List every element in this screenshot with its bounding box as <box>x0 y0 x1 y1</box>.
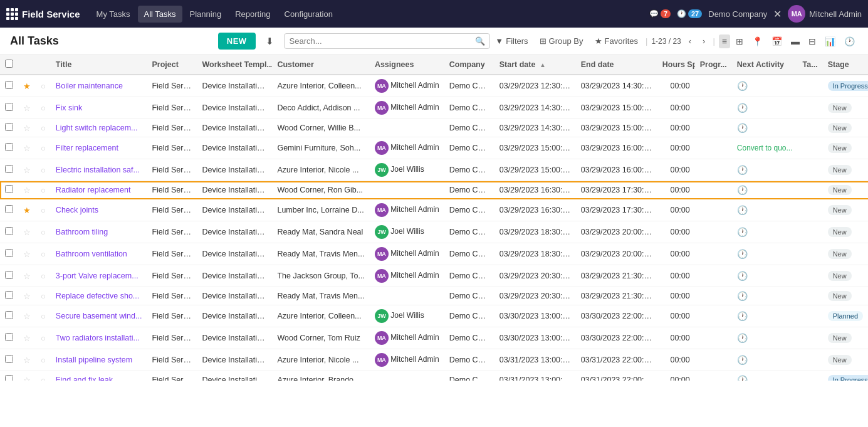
row-checkbox[interactable] <box>5 185 13 193</box>
activity-view-icon[interactable]: 🕐 <box>841 34 858 48</box>
row-title-cell[interactable]: 3-port Valve replacem... <box>51 265 147 287</box>
table-row[interactable]: ☆ ○ Secure basement wind... Field Servi.… <box>0 305 868 327</box>
row-checkbox[interactable] <box>5 123 13 131</box>
table-row[interactable]: ☆ ○ Electric installation saf... Field S… <box>0 159 868 181</box>
row-title-cell[interactable]: Find and fix leak <box>51 371 147 381</box>
select-all-header[interactable] <box>0 55 18 75</box>
map-view-icon[interactable]: 📍 <box>749 34 766 48</box>
row-title-cell[interactable]: Install pipeline system <box>51 349 147 371</box>
calendar-view-icon[interactable]: 📅 <box>768 34 785 48</box>
row-checkbox-cell[interactable] <box>0 305 18 327</box>
status-circle-icon[interactable]: ○ <box>41 271 46 281</box>
star-empty-icon[interactable]: ☆ <box>23 144 31 153</box>
row-checkbox-cell[interactable] <box>0 371 18 381</box>
pivot-view-icon[interactable]: ⊟ <box>805 34 819 48</box>
row-checkbox-cell[interactable] <box>0 97 18 119</box>
prev-page-button[interactable]: ‹ <box>685 34 695 48</box>
row-checkbox-cell[interactable] <box>0 221 18 243</box>
star-empty-icon[interactable]: ☆ <box>23 292 31 301</box>
row-status-cell[interactable]: ○ <box>36 199 51 221</box>
status-circle-icon[interactable]: ○ <box>41 124 46 133</box>
row-title-cell[interactable]: Filter replacement <box>51 137 147 159</box>
star-empty-icon[interactable]: ☆ <box>23 228 31 237</box>
row-checkbox[interactable] <box>5 271 13 279</box>
row-title-cell[interactable]: Light switch replacem... <box>51 119 147 137</box>
next-page-button[interactable]: › <box>699 34 709 48</box>
row-checkbox-cell[interactable] <box>0 287 18 305</box>
download-button[interactable]: ⬇ <box>262 33 278 50</box>
star-empty-icon[interactable]: ☆ <box>23 250 31 259</box>
row-title-cell[interactable]: Bathroom ventilation <box>51 243 147 265</box>
star-empty-icon[interactable]: ☆ <box>23 104 31 113</box>
nav-configuration[interactable]: Configuration <box>278 6 339 23</box>
table-row[interactable]: ★ ○ Boiler maintenance Field Servi... De… <box>0 75 868 97</box>
row-star-cell[interactable]: ☆ <box>18 181 36 199</box>
settings-icon[interactable]: ✕ <box>773 8 782 20</box>
row-checkbox[interactable] <box>5 311 13 319</box>
row-title-cell[interactable]: Two radiators installati... <box>51 327 147 349</box>
row-checkbox-cell[interactable] <box>0 181 18 199</box>
customer-header[interactable]: Customer <box>272 55 369 75</box>
row-checkbox[interactable] <box>5 355 13 363</box>
row-star-cell[interactable]: ☆ <box>18 349 36 371</box>
row-status-cell[interactable]: ○ <box>36 327 51 349</box>
list-view-icon[interactable]: ≡ <box>719 34 730 48</box>
row-star-cell[interactable]: ☆ <box>18 97 36 119</box>
row-status-cell[interactable]: ○ <box>36 243 51 265</box>
chat-notifications[interactable]: 💬 7 <box>649 9 671 18</box>
row-star-cell[interactable]: ☆ <box>18 287 36 305</box>
status-circle-icon[interactable]: ○ <box>41 103 46 113</box>
row-checkbox[interactable] <box>5 333 13 341</box>
favorites-button[interactable]: ★ Favorites <box>591 34 642 48</box>
row-checkbox-cell[interactable] <box>0 199 18 221</box>
table-row[interactable]: ☆ ○ Radiator replacement Field Servi... … <box>0 181 868 199</box>
app-brand[interactable]: Field Service <box>6 8 80 20</box>
row-star-cell[interactable]: ☆ <box>18 371 36 381</box>
row-status-cell[interactable]: ○ <box>36 221 51 243</box>
new-button[interactable]: NEW <box>218 33 256 50</box>
group-by-button[interactable]: ⊞ Group By <box>536 34 587 48</box>
kanban-view-icon[interactable]: ⊞ <box>733 34 746 48</box>
star-filled-icon[interactable]: ★ <box>23 82 31 91</box>
table-row[interactable]: ☆ ○ Find and fix leak Field Servi... Dev… <box>0 371 868 381</box>
row-status-cell[interactable]: ○ <box>36 181 51 199</box>
status-circle-icon[interactable]: ○ <box>41 228 46 237</box>
row-star-cell[interactable]: ☆ <box>18 265 36 287</box>
row-checkbox-cell[interactable] <box>0 349 18 371</box>
row-star-cell[interactable]: ☆ <box>18 221 36 243</box>
row-status-cell[interactable]: ○ <box>36 371 51 381</box>
row-title-cell[interactable]: Electric installation saf... <box>51 159 147 181</box>
search-input[interactable] <box>284 33 491 49</box>
row-checkbox-cell[interactable] <box>0 119 18 137</box>
project-header[interactable]: Project <box>147 55 197 75</box>
row-title-cell[interactable]: Boiler maintenance <box>51 75 147 97</box>
table-row[interactable]: ☆ ○ Light switch replacem... Field Servi… <box>0 119 868 137</box>
status-circle-icon[interactable]: ○ <box>41 186 46 195</box>
row-checkbox-cell[interactable] <box>0 327 18 349</box>
row-checkbox[interactable] <box>5 81 13 89</box>
nav-planning[interactable]: Planning <box>184 6 228 23</box>
filters-button[interactable]: ▼ Filters <box>491 34 531 48</box>
status-circle-icon[interactable]: ○ <box>41 334 46 343</box>
star-empty-icon[interactable]: ☆ <box>23 272 31 281</box>
row-star-cell[interactable]: ★ <box>18 199 36 221</box>
user-menu[interactable]: MA Mitchell Admin <box>788 5 862 23</box>
select-all-checkbox[interactable] <box>5 60 13 68</box>
status-circle-icon[interactable]: ○ <box>41 206 46 215</box>
row-status-cell[interactable]: ○ <box>36 137 51 159</box>
row-checkbox[interactable] <box>5 143 13 151</box>
row-status-cell[interactable]: ○ <box>36 305 51 327</box>
row-star-cell[interactable]: ☆ <box>18 327 36 349</box>
table-row[interactable]: ☆ ○ Two radiators installati... Field Se… <box>0 327 868 349</box>
nav-all-tasks[interactable]: All Tasks <box>138 6 182 23</box>
row-checkbox-cell[interactable] <box>0 243 18 265</box>
status-circle-icon[interactable]: ○ <box>41 82 46 91</box>
row-status-cell[interactable]: ○ <box>36 159 51 181</box>
status-circle-icon[interactable]: ○ <box>41 166 46 175</box>
row-title-cell[interactable]: Radiator replacement <box>51 181 147 199</box>
row-title-cell[interactable]: Replace defective sho... <box>51 287 147 305</box>
stage-header[interactable]: Stage <box>823 55 868 75</box>
row-checkbox[interactable] <box>5 227 13 235</box>
next-activity-header[interactable]: Next Activity <box>732 55 798 75</box>
table-row[interactable]: ☆ ○ Bathroom ventilation Field Servi... … <box>0 243 868 265</box>
